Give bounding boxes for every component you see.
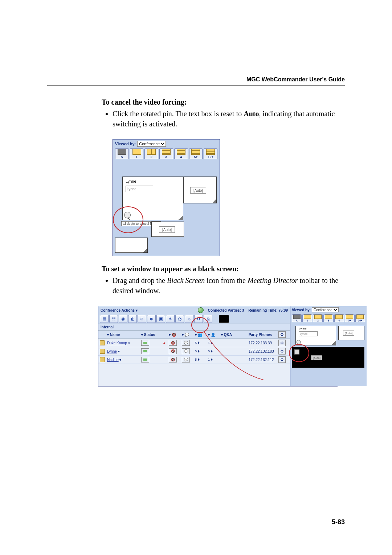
layout-tab-4[interactable]: 4 — [334, 314, 344, 322]
chat-button[interactable]: 💬 — [182, 348, 190, 354]
drag-cursor-icon — [294, 349, 299, 355]
tool-icon-2[interactable]: ☷ — [109, 315, 118, 323]
table-row: Duke Knoop ▾ ◀ 🔇 💬 5▲▼ 1▲▼ 172.22.133.39… — [98, 339, 290, 347]
tool-icon-1[interactable]: ▤ — [100, 315, 109, 323]
tool-icon-10[interactable]: ☼ — [185, 315, 193, 323]
party-phone: 172.22.132.112 — [249, 358, 278, 362]
tool-icon-12[interactable]: ⎘ — [204, 315, 212, 323]
row-settings-icon[interactable]: ⚙ — [278, 356, 286, 363]
cell-lynne-title: Lynne — [126, 179, 136, 183]
layout-cell-bottomleft[interactable] — [115, 238, 148, 253]
mute-button[interactable]: 🔇 — [169, 357, 177, 362]
header-rule — [47, 85, 345, 86]
layout-tab-3[interactable]: 3 — [323, 314, 333, 322]
party-phone: 172.22.132.183 — [249, 349, 278, 353]
table-header: ▾ Name ▾ Status ▾ 🔇 ▾ 💬 ▾ 👥 ▾ 👤 ▾ Q&A Pa… — [98, 331, 290, 339]
status-icon — [141, 357, 149, 362]
tool-icon-8[interactable]: ✶ — [166, 315, 175, 323]
viewed-by-label: Viewed by: — [115, 142, 136, 146]
cursor-icon: ↖ — [127, 216, 131, 221]
table-row: Nadine ▾ 🔇 💬 5▲▼ 1▲▼ 172.22.132.112 ⚙ — [98, 356, 290, 364]
meeting-director-panel: Conference Actions ▾ Connected Parties: … — [98, 306, 338, 386]
viewed-by-label: Viewed by: — [292, 308, 311, 312]
party-link[interactable]: Lynne — [107, 349, 117, 353]
row-settings-icon[interactable]: ⚙ — [278, 340, 286, 346]
mute-button[interactable]: 🔇 — [169, 348, 177, 354]
tool-icon-6[interactable]: ☻ — [147, 315, 156, 323]
layout-tab-5plus[interactable]: 5+ — [189, 148, 203, 159]
layout-cell-main[interactable]: Lynne ↖ Click pin to cancel forcing — [122, 177, 183, 220]
layout-tab-1[interactable]: 1 — [302, 314, 312, 322]
layout-tab-3[interactable]: 3 — [159, 148, 173, 159]
lock-icon — [100, 349, 105, 354]
heading-cancel-forcing: To cancel the video forcing: — [102, 98, 345, 106]
layout-tab-a[interactable]: A — [115, 148, 129, 159]
tool-icon-3[interactable]: ◉ — [119, 315, 127, 323]
chat-button[interactable]: 💬 — [182, 357, 190, 362]
chat-button[interactable]: 💬 — [182, 340, 190, 346]
meeting-toolbar: ▤ ☷ ◉ ◐ ☺ ☻ ▣ ✶ ◔ ☼ ✿ ⎘ — [98, 314, 290, 324]
remaining-time-label: Remaining Time: 75:09 — [248, 308, 288, 312]
bullet-black-screen: Drag and drop the Black Screen icon from… — [113, 275, 345, 296]
layout-tab-10plus[interactable]: 10+ — [204, 148, 217, 159]
tool-icon-11[interactable]: ✿ — [194, 315, 203, 323]
page-header: MGC WebCommander User's Guide — [246, 76, 345, 83]
layout-tab-a[interactable]: A — [292, 314, 302, 322]
viewed-by-select[interactable]: Conference — [312, 307, 339, 312]
layout-tab-2[interactable]: 2 — [313, 314, 323, 322]
tool-icon-4[interactable]: ◐ — [128, 315, 137, 323]
alert-icon: ◀ — [163, 341, 168, 345]
heading-black-screen: To set a window to appear as a black scr… — [102, 265, 345, 273]
conference-actions-menu[interactable]: Conference Actions ▾ — [101, 308, 138, 312]
resize-handle-icon[interactable] — [143, 248, 147, 252]
row-settings-icon[interactable]: ⚙ — [278, 348, 286, 355]
auto-badge: [Auto] — [159, 226, 175, 233]
auto-badge: [Auto] — [190, 187, 206, 194]
tool-icon-9[interactable]: ◔ — [175, 315, 184, 323]
lock-icon — [100, 340, 105, 345]
layout-tab-2[interactable]: 2 — [144, 148, 158, 159]
connected-parties-label: Connected Parties: 3 — [208, 308, 244, 312]
bullet-cancel-forcing: Click the rotated pin. The text box is r… — [113, 109, 345, 129]
tool-icon-7[interactable]: ▣ — [156, 315, 165, 323]
lock-icon — [100, 357, 105, 362]
video-layout-panel: Viewed by: Conference A 1 2 3 4 5+ 10+ — [113, 139, 220, 256]
layout-cell-midright[interactable]: [Auto] — [151, 222, 184, 237]
resize-handle-icon[interactable] — [179, 215, 183, 220]
tool-icon-5[interactable]: ☺ — [138, 315, 146, 323]
mute-button[interactable]: 🔇 — [169, 340, 177, 346]
layout-cell-black[interactable]: [Auto] — [292, 347, 364, 368]
cell-lynne-input[interactable] — [126, 186, 153, 192]
party-phone: 172.22.133.39 — [249, 341, 278, 345]
resize-handle-icon[interactable] — [212, 199, 216, 203]
tab-internal[interactable]: Internal — [98, 324, 290, 331]
video-layout-panel-mini: Viewed by: Conference A 1 2 3 4 5+ 10+ — [290, 306, 367, 386]
layout-tab-5plus[interactable]: 5+ — [345, 314, 355, 322]
viewed-by-select[interactable]: Conference — [137, 141, 166, 147]
black-screen-icon[interactable] — [219, 315, 229, 323]
layout-cell-topright[interactable]: [Auto] — [338, 326, 364, 340]
party-link[interactable]: Duke Knoop — [107, 341, 127, 345]
pin-icon[interactable] — [297, 340, 301, 344]
layout-cell-topright[interactable]: [Auto] — [183, 177, 217, 203]
cell-lynne-input[interactable] — [299, 331, 318, 336]
status-icon — [141, 340, 149, 346]
auto-badge: [Auto] — [311, 355, 322, 360]
layout-tab-1[interactable]: 1 — [130, 148, 144, 159]
globe-icon — [198, 307, 204, 313]
layout-tab-10plus[interactable]: 10+ — [355, 314, 365, 322]
table-row: Lynne ▾ 🔇 💬 5▲▼ 5▲▼ 172.22.132.183 ⚙ — [98, 347, 290, 356]
layout-tab-4[interactable]: 4 — [174, 148, 188, 159]
auto-badge: [Auto] — [343, 331, 354, 336]
settings-icon[interactable]: ⚙ — [278, 331, 286, 338]
resize-handle-icon[interactable] — [331, 341, 336, 345]
status-icon — [141, 348, 149, 354]
page-number: 5-83 — [332, 518, 345, 526]
party-link[interactable]: Nadine — [107, 358, 119, 362]
layout-cell-main[interactable]: Lynne — [295, 326, 336, 345]
